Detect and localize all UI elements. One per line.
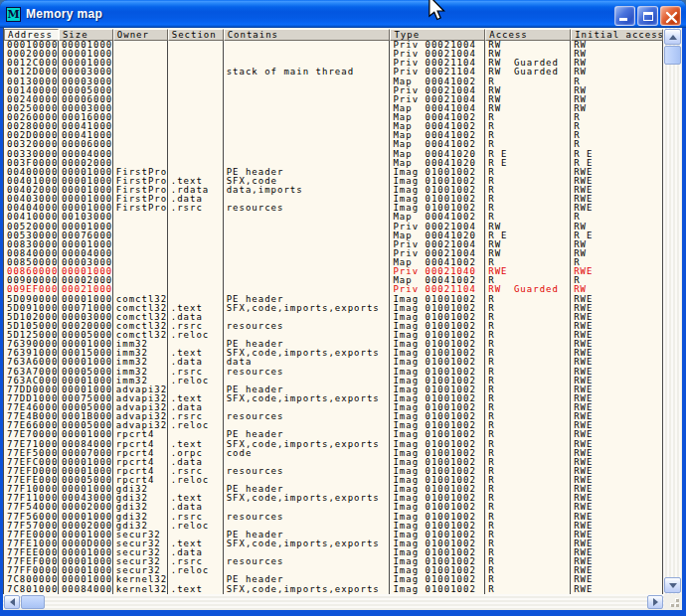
table-row[interactable]: 763AC00000001000imm32.relocImag 01001002… bbox=[4, 377, 663, 385]
minimize-button[interactable] bbox=[614, 6, 635, 26]
table-row[interactable]: 5D09000000001000comctl32PE headerImag 01… bbox=[4, 295, 663, 304]
cell-access: R bbox=[485, 430, 571, 439]
resize-grip[interactable] bbox=[664, 594, 682, 610]
column-header-owner[interactable]: Owner bbox=[113, 29, 168, 41]
cell-address: 77FEF000 bbox=[4, 557, 59, 566]
table-row[interactable]: 0013000000003000Map 00041002RR bbox=[4, 77, 663, 86]
table-row[interactable]: 77DD100000075000advapi32.textSFX,code,im… bbox=[4, 394, 663, 403]
column-header-contains[interactable]: Contains bbox=[224, 29, 391, 41]
table-row[interactable]: 0028000000041000Map 00041002RR bbox=[4, 122, 663, 131]
cell-size: 00001000 bbox=[59, 557, 113, 566]
cell-contains bbox=[224, 231, 391, 240]
cell-contains bbox=[224, 41, 391, 50]
table-row[interactable]: 0040200000001000FirstPro.rdatadata,impor… bbox=[4, 186, 663, 195]
horizontal-scrollbar[interactable] bbox=[3, 594, 664, 610]
cell-address: 77FE0000 bbox=[4, 531, 59, 539]
cell-access: R bbox=[485, 531, 571, 539]
table-row[interactable]: 0086000000001000Priv 00021040RWERWE bbox=[4, 267, 663, 276]
titlebar[interactable]: M Memory map bbox=[0, 0, 686, 28]
cell-owner bbox=[113, 95, 168, 104]
table-row[interactable]: 77E6600000005000advapi32.relocImag 01001… bbox=[4, 421, 663, 430]
vertical-scroll-thumb[interactable] bbox=[664, 46, 681, 65]
table-row[interactable]: 0040000000001000FirstProPE headerImag 01… bbox=[4, 168, 663, 177]
table-row[interactable]: 77F1100000043000gdi32.textSFX,code,impor… bbox=[4, 494, 663, 503]
cell-type: Map 00041002 bbox=[390, 113, 485, 122]
scroll-right-button[interactable] bbox=[647, 595, 663, 609]
cell-owner: gdi32 bbox=[113, 513, 168, 522]
column-header-address[interactable]: Address bbox=[4, 29, 59, 41]
table-row[interactable]: 0012D00000003000stack of main threadPriv… bbox=[4, 68, 663, 77]
table-row[interactable]: 77FE000000001000secur32PE headerImag 010… bbox=[4, 531, 663, 539]
table-row[interactable]: 77FEE00000001000secur32.dataImag 0100100… bbox=[4, 548, 663, 557]
table-row[interactable]: 77FEF00000001000secur32.rsrcresourcesIma… bbox=[4, 557, 663, 566]
table-row[interactable]: 0084000000004000Priv 00021004RWRW bbox=[4, 249, 663, 258]
table-row[interactable]: 77E7100000084000rpcrt4.textSFX,code,impo… bbox=[4, 440, 663, 449]
table-row[interactable]: 0053000000076000Map 00041020R ER E bbox=[4, 231, 663, 240]
table-row[interactable]: 77FE10000000D000secur32.textSFX,code,imp… bbox=[4, 539, 663, 548]
table-row[interactable]: 5D09100000071000comctl32.textSFX,code,im… bbox=[4, 304, 663, 313]
table-row[interactable]: 009EF00000021000Priv 00021104RW GuardedR… bbox=[4, 285, 663, 294]
table-row[interactable]: 77FF000000001000secur32.relocImag 010010… bbox=[4, 566, 663, 575]
cell-access: R bbox=[485, 368, 571, 377]
table-row[interactable]: 0040400000001000FirstPro.rsrcresourcesIm… bbox=[4, 204, 663, 213]
table-row[interactable]: 7C80100000084000kernel32.textSFX,code,im… bbox=[4, 585, 663, 594]
table-row[interactable]: 0033000000004000Map 00041020R ER E bbox=[4, 150, 663, 159]
table-row[interactable]: 0040300000001000FirstPro.dataImag 010010… bbox=[4, 195, 663, 204]
table-row[interactable]: 77E7000000001000rpcrt4PE headerImag 0100… bbox=[4, 430, 663, 439]
table-row[interactable]: 763A700000005000imm32.rsrcresourcesImag … bbox=[4, 368, 663, 377]
cell-address: 0012C000 bbox=[4, 59, 59, 68]
column-header-size[interactable]: Size bbox=[59, 29, 113, 41]
table-row[interactable]: 7639000000001000imm32PE headerImag 01001… bbox=[4, 340, 663, 349]
scroll-left-button[interactable] bbox=[4, 595, 20, 609]
table-row[interactable]: 77EFC00000001000rpcrt4.dataImag 01001002… bbox=[4, 458, 663, 467]
table-row[interactable]: 7639100000015000imm32.textSFX,code,impor… bbox=[4, 349, 663, 358]
vertical-scrollbar[interactable] bbox=[663, 28, 682, 594]
close-button[interactable] bbox=[660, 6, 681, 26]
table-row[interactable]: 0024000000006000Priv 00021004RWRW bbox=[4, 95, 663, 104]
table-row[interactable]: 0040100000001000FirstPro.textSFX,codeIma… bbox=[4, 177, 663, 186]
table-row[interactable]: 0083000000001000Priv 00021004RWRW bbox=[4, 240, 663, 249]
column-header-access[interactable]: Access bbox=[485, 29, 571, 41]
table-row[interactable]: 002D000000041000Map 00041002RR bbox=[4, 131, 663, 140]
table-row[interactable]: 0090000000002000Map 00041002RR bbox=[4, 276, 663, 285]
table-row[interactable]: 0002000000001000Priv 00021004RWRW bbox=[4, 50, 663, 59]
table-row[interactable]: 77F5600000001000gdi32.rsrcresourcesImag … bbox=[4, 513, 663, 522]
table-row[interactable]: 77E4600000005000advapi32.dataImag 010010… bbox=[4, 403, 663, 412]
table-row[interactable]: 77E4B0000001B000advapi32.rsrcresourcesIm… bbox=[4, 412, 663, 421]
table-row[interactable]: 7C80000000001000kernel32PE headerImag 01… bbox=[4, 575, 663, 584]
table-row[interactable]: 0001000000001000Priv 00021004RWRW bbox=[4, 41, 663, 50]
ollydbg-m-icon[interactable]: M bbox=[6, 7, 21, 22]
maximize-button[interactable] bbox=[637, 6, 658, 26]
table-row[interactable]: 763A600000001000imm32.datadataImag 01001… bbox=[4, 358, 663, 367]
column-header-section[interactable]: Section bbox=[168, 29, 224, 41]
column-header-initial_access[interactable]: Initial access bbox=[571, 29, 663, 41]
table-row[interactable]: 5D10200000003000comctl32.dataImag 010010… bbox=[4, 313, 663, 322]
table-row[interactable]: 77F1000000001000gdi32PE headerImag 01001… bbox=[4, 485, 663, 494]
scroll-down-button[interactable] bbox=[664, 577, 681, 593]
table-row[interactable]: 5D12500000005000comctl32.relocImag 01001… bbox=[4, 331, 663, 340]
table-row[interactable]: 77DD000000001000advapi32PE headerImag 01… bbox=[4, 385, 663, 394]
cell-initial_access: RWE bbox=[571, 539, 663, 548]
column-header-type[interactable]: Type bbox=[390, 29, 485, 41]
cell-access: R bbox=[485, 476, 571, 485]
table-row[interactable]: 77F5400000002000gdi32.dataImag 01001002R… bbox=[4, 503, 663, 512]
table-row[interactable]: 77EF500000007000rpcrt4.orpccodeImag 0100… bbox=[4, 449, 663, 458]
table-row[interactable]: 77F5700000002000gdi32.relocImag 01001002… bbox=[4, 522, 663, 531]
scroll-up-button[interactable] bbox=[664, 29, 681, 45]
table-row[interactable]: 77EFD00000001000rpcrt4.rsrcresourcesImag… bbox=[4, 467, 663, 476]
table-row[interactable]: 0085000000003000Map 00041002RR bbox=[4, 258, 663, 267]
table-row[interactable]: 0026000000016000Map 00041002RR bbox=[4, 113, 663, 122]
table-row[interactable]: 5D10500000020000comctl32.rsrcresourcesIm… bbox=[4, 322, 663, 331]
table-row[interactable]: 0032000000006000Map 00041002RR bbox=[4, 140, 663, 149]
table-row[interactable]: 003F000000002000Map 00041020R ER E bbox=[4, 159, 663, 168]
horizontal-scroll-thumb[interactable] bbox=[21, 595, 45, 609]
cell-type: Imag 01001002 bbox=[390, 177, 485, 186]
cell-section bbox=[168, 122, 224, 131]
table-row[interactable]: 0052000000001000Priv 00021004RWRW bbox=[4, 223, 663, 231]
table-row[interactable]: 77EFE00000005000rpcrt4.relocImag 0100100… bbox=[4, 476, 663, 485]
table-row[interactable]: 0041000000103000Map 00041002RR bbox=[4, 213, 663, 222]
table-row[interactable]: 0014000000005000Priv 00021004RWRW bbox=[4, 86, 663, 95]
table-row[interactable]: 0012C00000001000Priv 00021104RW GuardedR… bbox=[4, 59, 663, 68]
table-row[interactable]: 0025000000003000Map 00041004RWRW bbox=[4, 104, 663, 113]
cell-size: 00001000 bbox=[59, 566, 113, 575]
